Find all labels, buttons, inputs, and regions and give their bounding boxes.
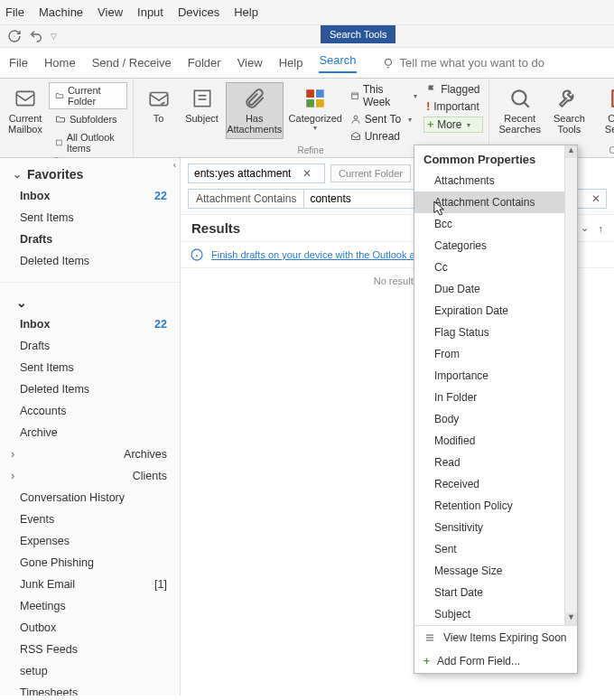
info-link[interactable]: Finish drafts on your device with the Ou… [211, 249, 426, 260]
property-bcc[interactable]: Bcc [414, 213, 577, 235]
folder-rss-feeds[interactable]: RSS Feeds [0, 639, 180, 660]
quick-access-toolbar: ▽ Search Tools [0, 25, 614, 48]
sort-direction-button[interactable]: ↑ [599, 223, 604, 234]
clear-filter-icon[interactable]: ✕ [586, 192, 606, 205]
folder-accounts[interactable]: Accounts [0, 400, 180, 422]
unread-button[interactable]: Unread [348, 129, 420, 144]
property-in-folder[interactable]: In Folder [414, 387, 577, 408]
property-sent[interactable]: Sent [414, 538, 577, 560]
folder-junk-email[interactable]: Junk Email[1] [0, 574, 180, 595]
tab-view[interactable]: View [237, 56, 263, 70]
tab-home[interactable]: Home [44, 56, 76, 70]
app-menu-devices[interactable]: Devices [178, 5, 219, 19]
property-sensitivity[interactable]: Sensitivity [414, 517, 577, 538]
favorites-header[interactable]: Favorites [0, 158, 180, 185]
plus-icon: + [423, 655, 430, 667]
tab-search[interactable]: Search [319, 53, 356, 73]
folder-meetings[interactable]: Meetings [0, 595, 180, 617]
mailbox-icon [14, 87, 37, 110]
subject-button[interactable]: Subject [182, 82, 222, 128]
fav-deleted-items[interactable]: Deleted Items [0, 250, 180, 272]
folder-conversation-history[interactable]: Conversation History [0, 487, 180, 509]
property-message-size[interactable]: Message Size [414, 560, 577, 582]
search-tools-contextual-tab[interactable]: Search Tools [321, 25, 395, 43]
scroll-down-icon[interactable]: ▼ [565, 612, 577, 625]
folder-archives[interactable]: Archives [0, 443, 180, 465]
property-start-date[interactable]: Start Date [414, 582, 577, 603]
search-query-box[interactable]: ✕ [188, 163, 325, 183]
folder-inbox[interactable]: Inbox22 [0, 313, 180, 335]
fav-sent-items[interactable]: Sent Items [0, 207, 180, 229]
subject-icon [191, 87, 214, 110]
to-button[interactable]: To [139, 82, 179, 128]
property-attachments[interactable]: Attachments [414, 170, 577, 191]
tab-help[interactable]: Help [279, 56, 303, 70]
search-tools-button[interactable]: Search Tools [549, 82, 590, 139]
this-week-button[interactable]: This Week ▾ [348, 82, 420, 109]
scroll-up-icon[interactable]: ▲ [565, 145, 577, 158]
property-due-date[interactable]: Due Date [414, 278, 577, 300]
scope-subfolders[interactable]: Subfolders [49, 111, 127, 127]
tell-me-search[interactable]: Tell me what you want to do [382, 56, 544, 70]
fav-drafts[interactable]: Drafts [0, 229, 180, 250]
scope-all-items[interactable]: All Outlook Items [49, 129, 127, 156]
search-scope-dropdown[interactable]: Current Folder [330, 164, 411, 182]
property-from[interactable]: From [414, 343, 577, 365]
search-query-input[interactable] [189, 164, 297, 182]
fav-inbox[interactable]: Inbox22 [0, 185, 180, 207]
svg-rect-2 [56, 140, 61, 145]
recent-searches-button[interactable]: Recent Searches [495, 82, 545, 139]
add-form-field-action[interactable]: + Add Form Field... [414, 649, 577, 673]
folder-drafts[interactable]: Drafts [0, 335, 180, 357]
folder-gone-phishing[interactable]: Gone Phishing [0, 552, 180, 574]
more-button[interactable]: + More ▾ [423, 117, 482, 133]
property-subject[interactable]: Subject [414, 603, 577, 625]
close-search-button[interactable]: Close Search [600, 82, 614, 139]
clear-query-icon[interactable]: ✕ [297, 167, 317, 180]
property-flag-status[interactable]: Flag Status [414, 322, 577, 343]
property-received[interactable]: Received [414, 473, 577, 495]
folder-outbox[interactable]: Outbox [0, 617, 180, 639]
collapse-nav-icon[interactable]: ‹ [173, 160, 176, 170]
folder-expenses[interactable]: Expenses [0, 530, 180, 552]
property-retention-policy[interactable]: Retention Policy [414, 495, 577, 517]
tab-send-receive[interactable]: Send / Receive [92, 56, 172, 70]
property-body[interactable]: Body [414, 408, 577, 430]
qat-dropdown-icon[interactable]: ▽ [51, 32, 57, 41]
property-importance[interactable]: Importance [414, 365, 577, 387]
folder-timesheets[interactable]: Timesheets [0, 682, 180, 695]
important-button[interactable]: ! Important [423, 99, 482, 114]
dropdown-scrollbar[interactable]: ▲ ▼ [564, 145, 577, 625]
app-menu-input[interactable]: Input [137, 5, 163, 19]
tab-file[interactable]: File [9, 56, 28, 70]
refresh-icon[interactable] [7, 29, 22, 43]
categories-icon [303, 87, 327, 110]
app-menu-file[interactable]: File [5, 5, 24, 19]
app-menu-help[interactable]: Help [234, 5, 258, 19]
current-mailbox-button[interactable]: Current Mailbox [5, 82, 45, 139]
flagged-button[interactable]: Flagged [423, 82, 482, 97]
scope-current-folder[interactable]: Current Folder [49, 82, 127, 109]
property-expiration-date[interactable]: Expiration Date [414, 300, 577, 322]
folder-sent-items[interactable]: Sent Items [0, 357, 180, 378]
folder-archive[interactable]: Archive [0, 422, 180, 443]
close-icon [609, 87, 614, 110]
folder-events[interactable]: Events [0, 509, 180, 530]
app-menu-view[interactable]: View [98, 5, 123, 19]
categorized-button[interactable]: Categorized ▾ [287, 82, 344, 136]
property-modified[interactable]: Modified [414, 430, 577, 452]
folder-deleted-items[interactable]: Deleted Items [0, 378, 180, 400]
folder-setup[interactable]: setup [0, 660, 180, 682]
tab-folder[interactable]: Folder [188, 56, 221, 70]
property-attachment-contains[interactable]: Attachment Contains [414, 191, 577, 213]
sent-to-button[interactable]: Sent To ▾ [348, 112, 420, 126]
property-cc[interactable]: Cc [414, 257, 577, 278]
folder-clients[interactable]: Clients [0, 465, 180, 487]
has-attachments-button[interactable]: Has Attachments [226, 82, 284, 139]
property-categories[interactable]: Categories [414, 235, 577, 257]
app-menu-machine[interactable]: Machine [39, 5, 83, 19]
undo-icon[interactable] [29, 29, 43, 43]
account-header[interactable]: ⌄ [0, 286, 180, 313]
property-read[interactable]: Read [414, 452, 577, 473]
view-items-expiring-action[interactable]: View Items Expiring Soon [414, 626, 577, 649]
